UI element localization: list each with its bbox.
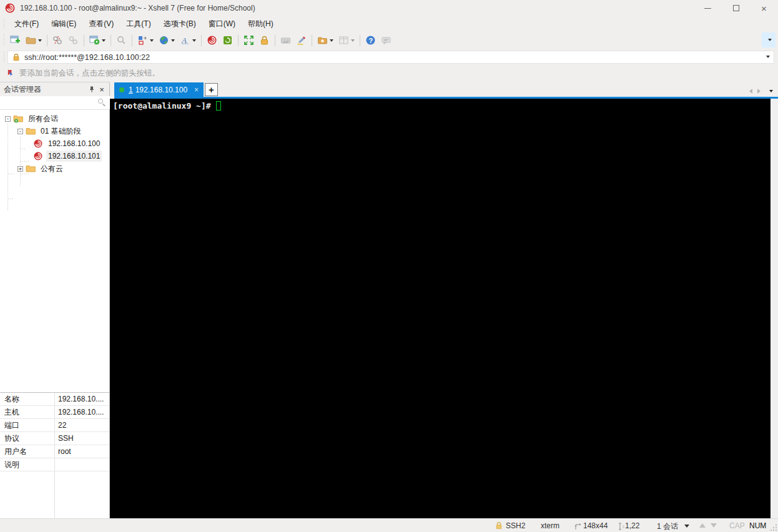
disconnect-icon (52, 35, 63, 46)
highlighter-icon (296, 35, 307, 46)
session-list-caret-icon[interactable] (684, 525, 689, 528)
xshell-launch-button[interactable] (205, 33, 219, 47)
property-value[interactable]: 192.168.10.... (54, 408, 109, 416)
tab-bar: 1 192.168.10.100 × + (110, 82, 778, 97)
compose-pane-button[interactable] (135, 33, 155, 47)
tree-item-session-101[interactable]: 192.168.10.101 (0, 150, 109, 162)
tab-close-icon[interactable]: × (193, 86, 200, 94)
search-icon (98, 99, 106, 107)
font-caret[interactable] (192, 39, 196, 42)
property-value[interactable]: root (54, 447, 109, 456)
addressbar-drag-handle[interactable] (3, 52, 6, 63)
tree-item-all-sessions[interactable]: - 所有会话 (0, 112, 109, 125)
xshell-app-icon (5, 3, 15, 13)
tab-list-dropdown-icon[interactable] (769, 90, 773, 92)
encoding-caret[interactable] (171, 39, 175, 42)
tab-index: 1 (129, 86, 133, 94)
compose-pane-caret[interactable] (150, 39, 154, 42)
menubar-drag-handle[interactable] (3, 19, 6, 29)
address-dropdown-icon[interactable] (766, 56, 770, 58)
toolbar-separator (132, 35, 132, 46)
resize-grip[interactable] (771, 525, 777, 531)
tab-scroll-right-icon[interactable] (757, 89, 761, 94)
encoding-button[interactable] (157, 33, 177, 47)
property-value[interactable]: SSH (54, 434, 109, 443)
menu-file[interactable]: 文件(F) (9, 17, 44, 31)
new-file-button[interactable] (315, 33, 335, 47)
menu-tools[interactable]: 工具(T) (121, 17, 156, 31)
session-properties-icon (89, 35, 100, 46)
tree-item-session-100[interactable]: 192.168.10.100 (0, 137, 109, 150)
property-row-protocol: 协议 SSH (0, 432, 109, 445)
toolbar-overflow-button[interactable] (762, 32, 776, 47)
open-session-button[interactable] (24, 33, 44, 47)
tree-item-label: 192.168.10.101 (46, 150, 102, 162)
highlighter-button[interactable] (294, 33, 308, 47)
session-search-box (0, 96, 109, 110)
expand-icon[interactable]: + (17, 166, 23, 172)
property-label: 说明 (0, 460, 54, 470)
xshell-icon (207, 35, 217, 46)
minimize-button[interactable] (694, 0, 722, 16)
feedback-button[interactable] (379, 33, 393, 47)
property-value[interactable]: 192.168.10.... (54, 395, 109, 403)
toolbar: A (0, 31, 778, 49)
session-properties-button[interactable] (87, 33, 107, 47)
collapse-icon[interactable]: - (17, 129, 23, 134)
window-title: 192.168.10.100 - root@almalinux9:~ - Xsh… (20, 4, 255, 12)
new-file-caret[interactable] (330, 39, 333, 42)
toolbar-drag-handle[interactable] (3, 34, 6, 46)
new-session-icon (10, 35, 21, 46)
collapse-icon[interactable]: - (5, 116, 11, 122)
new-tab-button[interactable]: + (205, 83, 218, 96)
session-properties-caret[interactable] (102, 39, 106, 42)
tree-item-label: 192.168.10.100 (46, 138, 102, 149)
close-panel-button[interactable]: × (97, 84, 107, 94)
font-button[interactable]: A (178, 33, 198, 47)
menu-help[interactable]: 帮助(H) (242, 17, 279, 31)
status-session-count[interactable]: 1 会话 (657, 521, 678, 532)
virtual-keyboard-icon (280, 35, 291, 46)
session-search-input[interactable] (0, 96, 114, 109)
maximize-button[interactable] (722, 0, 750, 16)
property-row-username: 用户名 root (0, 445, 109, 458)
terminal-scrollbar[interactable] (771, 99, 778, 518)
scroll-up-icon[interactable] (699, 523, 706, 528)
layout-caret[interactable] (351, 39, 355, 42)
lock-screen-button[interactable] (257, 33, 272, 47)
property-label: 用户名 (0, 446, 54, 457)
fullscreen-button[interactable] (242, 33, 256, 47)
close-icon: × (761, 4, 767, 13)
menu-tabs[interactable]: 选项卡(B) (158, 17, 202, 31)
status-cursor-position: 1,22 (625, 521, 639, 530)
menu-view[interactable]: 查看(V) (83, 17, 119, 31)
tab-scroll-left-icon[interactable] (749, 89, 752, 94)
tab-session-100[interactable]: 1 192.168.10.100 × (114, 82, 204, 97)
tree-item-folder-01[interactable]: - 01 基础阶段 (0, 125, 109, 137)
session-manager-title: 会话管理器 (4, 84, 41, 95)
status-lock-icon (495, 521, 503, 530)
pin-panel-button[interactable] (87, 84, 97, 94)
help-button[interactable]: ? (363, 33, 378, 47)
menu-window[interactable]: 窗口(W) (203, 17, 241, 31)
xftp-launch-button[interactable] (220, 33, 235, 47)
tree-item-folder-public-cloud[interactable]: + 公有云 (0, 162, 109, 175)
address-box[interactable] (7, 51, 774, 64)
new-session-button[interactable] (8, 33, 22, 47)
menu-edit[interactable]: 编辑(E) (46, 17, 82, 31)
property-label: 协议 (0, 433, 54, 444)
reconnect-button[interactable] (66, 33, 81, 47)
open-session-caret[interactable] (38, 39, 42, 42)
property-value[interactable]: 22 (54, 421, 109, 430)
find-button[interactable] (114, 33, 129, 47)
toolbar-separator (84, 35, 84, 46)
scroll-down-icon[interactable] (711, 523, 717, 528)
add-session-flag-icon[interactable] (6, 69, 16, 78)
terminal-screen[interactable]: [root@almalinux9 ~]# (110, 99, 778, 518)
close-button[interactable]: × (750, 0, 778, 16)
address-input[interactable] (24, 53, 774, 62)
status-protocol: SSH2 (506, 521, 525, 530)
layout-button[interactable] (337, 33, 357, 47)
virtual-keyboard-button[interactable] (278, 33, 293, 47)
disconnect-button[interactable] (51, 33, 65, 47)
